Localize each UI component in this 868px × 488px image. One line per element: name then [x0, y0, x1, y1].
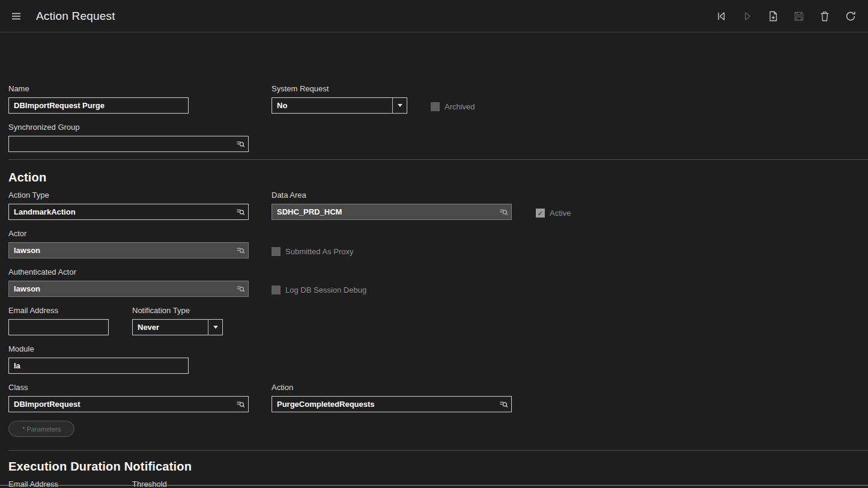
authenticated-actor-field-group: Authenticated Actor: [8, 267, 249, 297]
data-area-input: [272, 204, 496, 219]
search-lookup-icon: [236, 284, 245, 293]
name-label: Name: [8, 84, 189, 94]
refresh-button[interactable]: [843, 8, 858, 24]
email-address-input[interactable]: [8, 319, 109, 335]
threshold-minutes-label: Threshold Minutes: [132, 480, 177, 488]
submitted-as-proxy-label: Submitted As Proxy: [285, 247, 353, 256]
menu-button[interactable]: [8, 8, 24, 24]
synchronized-group-input[interactable]: [9, 136, 232, 151]
actor-input: [9, 243, 232, 258]
actor-field-group: Actor: [8, 229, 249, 258]
new-record-button[interactable]: [765, 8, 781, 24]
threshold-minutes-field-group: Threshold Minutes: [132, 480, 177, 488]
search-lookup-icon: [236, 246, 245, 255]
notification-type-value: Never: [133, 320, 208, 335]
synchronized-group-label: Synchronized Group: [8, 123, 249, 132]
search-lookup-icon: [236, 400, 245, 409]
module-label: Module: [8, 344, 189, 354]
trash-icon: [819, 10, 831, 22]
previous-record-icon: [715, 10, 727, 22]
refresh-icon: [845, 10, 857, 22]
actor-lookup-button: [232, 243, 248, 258]
archived-label: Archived: [445, 102, 475, 111]
bottom-divider: [0, 485, 868, 486]
action-type-lookup-button[interactable]: [232, 204, 248, 219]
parameters-button: * Parameters: [8, 421, 74, 437]
module-field-group: Module: [8, 344, 189, 374]
new-record-icon: [767, 10, 779, 22]
search-lookup-icon: [499, 207, 508, 216]
action-type-field-group: Action Type: [8, 191, 249, 220]
chevron-down-icon: [208, 320, 222, 335]
data-area-lookup-button: [496, 204, 511, 219]
archived-checkbox-row: Archived: [431, 102, 475, 111]
data-area-label: Data Area: [272, 191, 512, 200]
section-divider: [8, 159, 868, 160]
action-type-label: Action Type: [8, 191, 249, 200]
notification-type-label: Notification Type: [132, 306, 223, 316]
section-divider: [8, 450, 868, 451]
action-request-form: Name System Request No Archived Synchron…: [0, 32, 868, 487]
action-field-group: Action: [272, 383, 512, 412]
edn-email-address-label: Email Address: [8, 480, 109, 488]
action-input[interactable]: [272, 397, 496, 412]
notification-type-field-group: Notification Type Never: [132, 306, 223, 335]
submitted-as-proxy-checkbox-row: Submitted As Proxy: [272, 247, 353, 256]
menu-icon: [11, 11, 22, 22]
email-address-field-group: Email Address: [8, 306, 109, 335]
delete-button[interactable]: [817, 8, 833, 24]
module-input[interactable]: [8, 358, 189, 374]
system-request-value: No: [272, 98, 392, 113]
notification-type-select[interactable]: Never: [132, 319, 223, 335]
search-lookup-icon: [499, 400, 508, 409]
system-request-select[interactable]: No: [272, 97, 407, 114]
email-address-label: Email Address: [8, 306, 109, 316]
save-icon: [793, 10, 805, 22]
next-record-button: [739, 8, 755, 24]
action-section-heading: Action: [8, 171, 46, 185]
authenticated-actor-label: Authenticated Actor: [8, 267, 249, 277]
name-input[interactable]: [8, 97, 189, 114]
toolbar: [714, 8, 858, 24]
edn-email-address-field-group: Email Address: [8, 480, 109, 488]
log-db-session-debug-checkbox: [272, 285, 281, 294]
search-lookup-icon: [236, 139, 245, 148]
authenticated-actor-input: [9, 281, 232, 296]
authenticated-actor-lookup-button: [232, 281, 248, 296]
archived-checkbox: [431, 102, 440, 111]
data-area-field-group: Data Area: [272, 191, 512, 220]
active-checkbox-row: Active: [536, 209, 571, 218]
active-checkbox: [536, 209, 545, 218]
page-title: Action Request: [36, 10, 115, 23]
previous-record-button[interactable]: [714, 8, 729, 24]
action-label: Action: [272, 383, 512, 392]
save-button: [791, 8, 807, 24]
log-db-session-debug-checkbox-row: Log DB Session Debug: [272, 285, 366, 294]
action-type-input[interactable]: [9, 204, 232, 219]
submitted-as-proxy-checkbox: [272, 247, 281, 256]
system-request-field-group: System Request No: [272, 84, 407, 114]
synchronized-group-lookup-button[interactable]: [232, 136, 248, 151]
actor-label: Actor: [8, 229, 249, 239]
class-field-group: Class: [8, 383, 249, 412]
synchronized-group-field-group: Synchronized Group: [8, 123, 249, 152]
class-input[interactable]: [9, 397, 232, 412]
titlebar: Action Request: [0, 0, 868, 32]
chevron-down-icon: [392, 98, 407, 113]
action-lookup-button[interactable]: [496, 397, 511, 412]
search-lookup-icon: [236, 207, 245, 216]
system-request-label: System Request: [272, 84, 407, 94]
name-field-group: Name: [8, 84, 189, 114]
execution-duration-section-heading: Execution Duration Notification: [8, 460, 192, 474]
log-db-session-debug-label: Log DB Session Debug: [285, 285, 366, 294]
class-label: Class: [8, 383, 249, 392]
class-lookup-button[interactable]: [232, 397, 248, 412]
active-label: Active: [550, 209, 571, 218]
next-record-icon: [741, 10, 753, 22]
